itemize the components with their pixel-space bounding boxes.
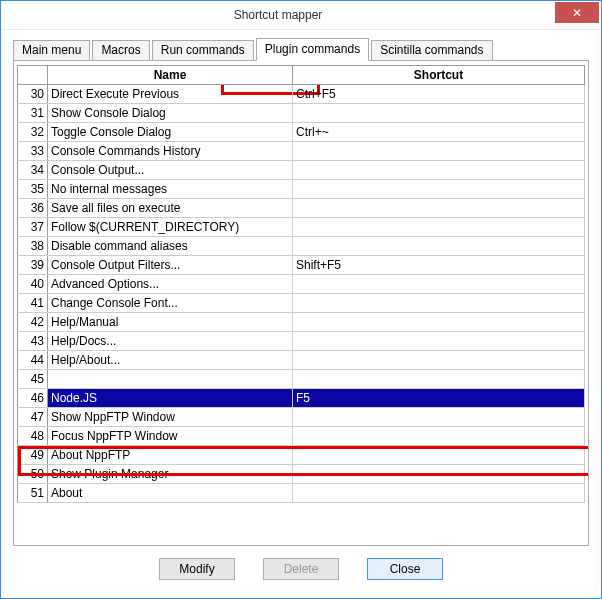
command-name-cell: Node.JS [48, 389, 293, 408]
row-number: 49 [18, 446, 48, 465]
command-name-cell: Follow $(CURRENT_DIRECTORY) [48, 218, 293, 237]
row-number: 51 [18, 484, 48, 503]
shortcut-grid-container: Name Shortcut 30Direct Execute PreviousC… [13, 60, 589, 546]
shortcut-cell: Ctrl+~ [293, 123, 585, 142]
tab-main-menu[interactable]: Main menu [13, 40, 90, 61]
table-row[interactable]: 37Follow $(CURRENT_DIRECTORY) [18, 218, 585, 237]
command-name-cell: Console Commands History [48, 142, 293, 161]
table-row[interactable]: 35No internal messages [18, 180, 585, 199]
shortcut-mapper-window: Shortcut mapper ✕ Main menuMacrosRun com… [0, 0, 602, 599]
row-number: 46 [18, 389, 48, 408]
table-row[interactable]: 41Change Console Font... [18, 294, 585, 313]
tab-run-commands[interactable]: Run commands [152, 40, 254, 61]
row-number: 35 [18, 180, 48, 199]
shortcut-cell [293, 237, 585, 256]
shortcut-table: Name Shortcut 30Direct Execute PreviousC… [17, 65, 585, 503]
command-name-cell: Advanced Options... [48, 275, 293, 294]
table-row[interactable]: 44Help/About... [18, 351, 585, 370]
table-row[interactable]: 45 [18, 370, 585, 389]
row-number: 31 [18, 104, 48, 123]
row-number: 42 [18, 313, 48, 332]
shortcut-cell [293, 408, 585, 427]
command-name-cell: Toggle Console Dialog [48, 123, 293, 142]
shortcut-cell [293, 351, 585, 370]
command-name-cell [48, 370, 293, 389]
dialog-button-row: Modify Delete Close [13, 546, 589, 588]
table-row[interactable]: 39Console Output Filters...Shift+F5 [18, 256, 585, 275]
table-row[interactable]: 30Direct Execute PreviousCtrl+F5 [18, 85, 585, 104]
shortcut-cell [293, 199, 585, 218]
shortcut-cell: Ctrl+F5 [293, 85, 585, 104]
delete-button: Delete [263, 558, 339, 580]
command-name-cell: Console Output... [48, 161, 293, 180]
shortcut-cell [293, 142, 585, 161]
table-row[interactable]: 46Node.JSF5 [18, 389, 585, 408]
shortcut-cell [293, 446, 585, 465]
table-body: 30Direct Execute PreviousCtrl+F531Show C… [18, 85, 585, 503]
row-number: 48 [18, 427, 48, 446]
window-title: Shortcut mapper [1, 8, 555, 22]
command-name-cell: About [48, 484, 293, 503]
command-name-cell: Show Console Dialog [48, 104, 293, 123]
shortcut-cell [293, 104, 585, 123]
table-row[interactable]: 38Disable command aliases [18, 237, 585, 256]
row-number: 45 [18, 370, 48, 389]
row-number: 38 [18, 237, 48, 256]
row-number: 40 [18, 275, 48, 294]
shortcut-cell: Shift+F5 [293, 256, 585, 275]
close-button[interactable]: Close [367, 558, 443, 580]
table-row[interactable]: 50Show Plugin Manager [18, 465, 585, 484]
command-name-cell: Save all files on execute [48, 199, 293, 218]
row-number: 36 [18, 199, 48, 218]
command-name-cell: Focus NppFTP Window [48, 427, 293, 446]
table-row[interactable]: 34Console Output... [18, 161, 585, 180]
row-number: 47 [18, 408, 48, 427]
table-header-row: Name Shortcut [18, 66, 585, 85]
table-row[interactable]: 49About NppFTP [18, 446, 585, 465]
tab-scintilla-commands[interactable]: Scintilla commands [371, 40, 492, 61]
command-name-cell: About NppFTP [48, 446, 293, 465]
command-name-cell: Help/About... [48, 351, 293, 370]
modify-button[interactable]: Modify [159, 558, 235, 580]
shortcut-cell: F5 [293, 389, 585, 408]
table-row[interactable]: 33Console Commands History [18, 142, 585, 161]
table-row[interactable]: 32Toggle Console DialogCtrl+~ [18, 123, 585, 142]
row-number: 50 [18, 465, 48, 484]
row-number: 43 [18, 332, 48, 351]
shortcut-cell [293, 218, 585, 237]
tab-plugin-commands[interactable]: Plugin commands [256, 38, 369, 61]
row-number: 37 [18, 218, 48, 237]
client-area: Main menuMacrosRun commandsPlugin comman… [1, 30, 601, 598]
command-name-cell: Console Output Filters... [48, 256, 293, 275]
tab-strip: Main menuMacrosRun commandsPlugin comman… [13, 38, 589, 61]
shortcut-cell [293, 294, 585, 313]
tab-macros[interactable]: Macros [92, 40, 149, 61]
shortcut-cell [293, 275, 585, 294]
row-number: 44 [18, 351, 48, 370]
shortcut-cell [293, 180, 585, 199]
shortcut-cell [293, 427, 585, 446]
shortcut-grid-scroll[interactable]: Name Shortcut 30Direct Execute PreviousC… [17, 65, 585, 541]
rownum-header [18, 66, 48, 85]
table-row[interactable]: 43Help/Docs... [18, 332, 585, 351]
table-row[interactable]: 51About [18, 484, 585, 503]
row-number: 39 [18, 256, 48, 275]
command-name-cell: Show Plugin Manager [48, 465, 293, 484]
table-row[interactable]: 47Show NppFTP Window [18, 408, 585, 427]
command-name-cell: Change Console Font... [48, 294, 293, 313]
title-bar: Shortcut mapper ✕ [1, 1, 601, 30]
table-row[interactable]: 42Help/Manual [18, 313, 585, 332]
name-header[interactable]: Name [48, 66, 293, 85]
shortcut-cell [293, 332, 585, 351]
shortcut-cell [293, 161, 585, 180]
table-row[interactable]: 36Save all files on execute [18, 199, 585, 218]
table-row[interactable]: 48Focus NppFTP Window [18, 427, 585, 446]
close-icon: ✕ [572, 6, 582, 20]
row-number: 33 [18, 142, 48, 161]
command-name-cell: Direct Execute Previous [48, 85, 293, 104]
table-row[interactable]: 40Advanced Options... [18, 275, 585, 294]
window-close-button[interactable]: ✕ [555, 2, 599, 23]
shortcut-header[interactable]: Shortcut [293, 66, 585, 85]
command-name-cell: Help/Manual [48, 313, 293, 332]
table-row[interactable]: 31Show Console Dialog [18, 104, 585, 123]
